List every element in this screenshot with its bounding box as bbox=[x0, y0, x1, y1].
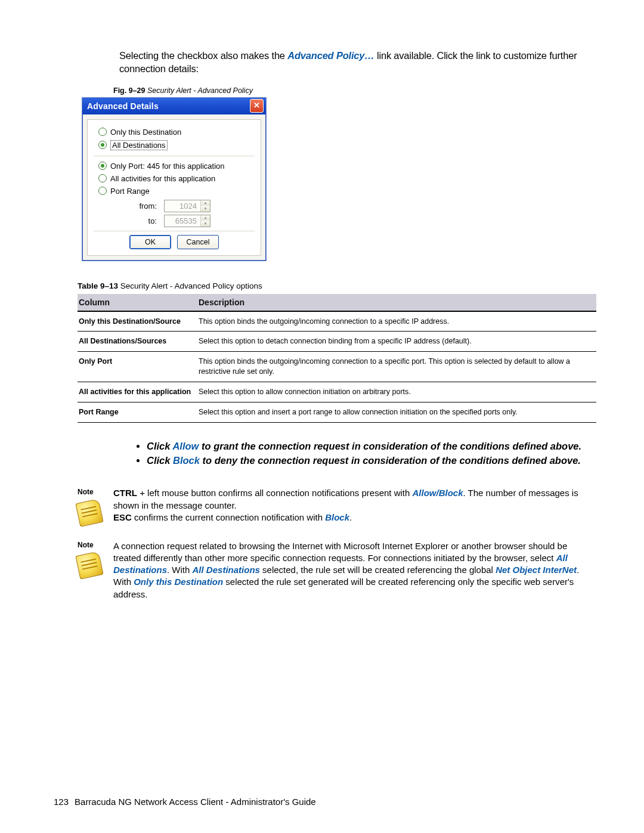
divider bbox=[94, 231, 255, 231]
radio-all-destinations[interactable]: All Destinations bbox=[98, 138, 250, 152]
action-bullets: Click Allow to grant the connection requ… bbox=[119, 439, 596, 467]
text: + left mouse button confirms all connect… bbox=[137, 488, 413, 498]
text: A connection request related to browsing… bbox=[113, 541, 567, 563]
intro-pre: Selecting the checkbox also makes the bbox=[119, 50, 287, 61]
table-row: All Destinations/SourcesSelect this opti… bbox=[78, 332, 596, 352]
cell: All activities for this application bbox=[78, 382, 197, 402]
text: selected, the rule set will be created r… bbox=[260, 565, 496, 575]
table-title: Security Alert - Advanced Policy options bbox=[118, 281, 262, 290]
from-spinner[interactable]: 1024 ▲▼ bbox=[164, 200, 210, 212]
cell: This option binds the outgoing/incoming … bbox=[197, 311, 596, 332]
note-block-2: Note A connection request related to bro… bbox=[78, 540, 596, 600]
text: ESC bbox=[113, 512, 132, 522]
page-footer: 123Barracuda NG Network Access Client - … bbox=[54, 797, 316, 807]
radio-icon bbox=[98, 187, 107, 195]
figure-caption: Fig. 9–29 Security Alert - Advanced Poli… bbox=[113, 86, 596, 95]
cell: Select this option to detach connection … bbox=[197, 332, 596, 352]
text: . bbox=[349, 512, 352, 522]
note-text: A connection request related to browsing… bbox=[113, 540, 596, 600]
table-row: All activities for this applicationSelec… bbox=[78, 382, 596, 402]
to-label: to: bbox=[121, 216, 164, 225]
table-caption: Table 9–13 Security Alert - Advanced Pol… bbox=[78, 281, 596, 290]
radio-label: All activities for this application bbox=[110, 174, 215, 183]
from-input[interactable]: 1024 bbox=[165, 200, 200, 212]
radio-label: Port Range bbox=[110, 187, 150, 196]
advanced-policy-link-text: Advanced Policy… bbox=[287, 50, 374, 61]
text: Net Object InterNet bbox=[496, 565, 577, 575]
text: . With bbox=[167, 565, 193, 575]
note-text: CTRL + left mouse button confirms all co… bbox=[113, 487, 596, 524]
cell: All Destinations/Sources bbox=[78, 332, 197, 352]
radio-port-range[interactable]: Port Range bbox=[98, 185, 250, 197]
spin-down-icon[interactable]: ▼ bbox=[201, 221, 210, 227]
ok-label: OK bbox=[145, 238, 156, 246]
bullet-allow: Click Allow to grant the connection requ… bbox=[147, 439, 596, 453]
spin-up-icon[interactable]: ▲ bbox=[201, 200, 210, 206]
cell: Only this Destination/Source bbox=[78, 311, 197, 332]
ok-button[interactable]: OK bbox=[129, 235, 171, 249]
spin-down-icon[interactable]: ▼ bbox=[201, 206, 210, 212]
note-label: Note bbox=[78, 540, 113, 550]
doc-title: Barracuda NG Network Access Client - Adm… bbox=[75, 797, 316, 807]
advanced-details-dialog: Advanced Details ✕ Only this Destination… bbox=[82, 97, 267, 261]
close-icon: ✕ bbox=[253, 101, 260, 110]
text: CTRL bbox=[113, 488, 137, 498]
note-block-1: Note CTRL + left mouse button confirms a… bbox=[78, 487, 596, 524]
radio-label: Only this Destination bbox=[110, 128, 181, 137]
text: Click bbox=[147, 455, 173, 466]
dialog-titlebar: Advanced Details ✕ bbox=[82, 98, 266, 114]
text: confirms the current connection notifica… bbox=[132, 512, 325, 522]
radio-label: All Destinations bbox=[110, 140, 168, 150]
cell: Port Range bbox=[78, 402, 197, 422]
radio-icon bbox=[98, 174, 107, 182]
figure-title: Security Alert - Advanced Policy bbox=[145, 86, 253, 95]
cancel-label: Cancel bbox=[187, 238, 210, 246]
radio-icon bbox=[98, 128, 107, 136]
cell: Select this option to allow connection i… bbox=[197, 382, 596, 402]
cell: Only Port bbox=[78, 352, 197, 382]
block-keyword: Block bbox=[173, 455, 200, 466]
figure-number: Fig. 9–29 bbox=[113, 86, 145, 95]
text: Allow/Block bbox=[413, 488, 463, 498]
text: Only this Destination bbox=[134, 577, 223, 587]
col-header-column: Column bbox=[78, 294, 197, 311]
table-row: Only PortThis option binds the outgoing/… bbox=[78, 352, 596, 382]
cell: Select this option and insert a port ran… bbox=[197, 402, 596, 422]
page-number: 123 bbox=[54, 797, 69, 807]
note-icon bbox=[75, 498, 103, 527]
close-button[interactable]: ✕ bbox=[250, 99, 264, 113]
to-input[interactable]: 65535 bbox=[165, 215, 200, 227]
text: Block bbox=[325, 512, 349, 522]
table-row: Port RangeSelect this option and insert … bbox=[78, 402, 596, 422]
text: to deny the connection request in consid… bbox=[200, 455, 581, 466]
radio-all-activities[interactable]: All activities for this application bbox=[98, 172, 250, 185]
note-icon bbox=[75, 551, 103, 579]
dialog-title: Advanced Details bbox=[87, 101, 250, 111]
text: to grant the connection request in consi… bbox=[199, 441, 581, 451]
cancel-button[interactable]: Cancel bbox=[177, 235, 219, 249]
radio-icon bbox=[98, 141, 107, 149]
radio-only-port[interactable]: Only Port: 445 for this application bbox=[98, 160, 250, 172]
table-number: Table 9–13 bbox=[78, 281, 118, 290]
table-row: Only this Destination/SourceThis option … bbox=[78, 311, 596, 332]
allow-keyword: Allow bbox=[172, 441, 199, 451]
options-table: Column Description Only this Destination… bbox=[78, 294, 596, 423]
radio-icon bbox=[98, 162, 107, 170]
radio-label: Only Port: 445 for this application bbox=[110, 162, 225, 171]
radio-only-this-destination[interactable]: Only this Destination bbox=[98, 126, 250, 138]
cell: This option binds the outgoing/incoming … bbox=[197, 352, 596, 382]
col-header-description: Description bbox=[197, 294, 596, 311]
from-label: from: bbox=[121, 202, 164, 210]
bullet-block: Click Block to deny the connection reque… bbox=[147, 454, 596, 467]
intro-paragraph: Selecting the checkbox also makes the Ad… bbox=[119, 49, 596, 76]
spin-up-icon[interactable]: ▲ bbox=[201, 215, 210, 221]
text: All Destinations bbox=[193, 565, 260, 575]
to-spinner[interactable]: 65535 ▲▼ bbox=[164, 215, 210, 227]
note-label: Note bbox=[78, 487, 113, 497]
divider bbox=[94, 156, 255, 156]
text: Click bbox=[147, 441, 172, 451]
